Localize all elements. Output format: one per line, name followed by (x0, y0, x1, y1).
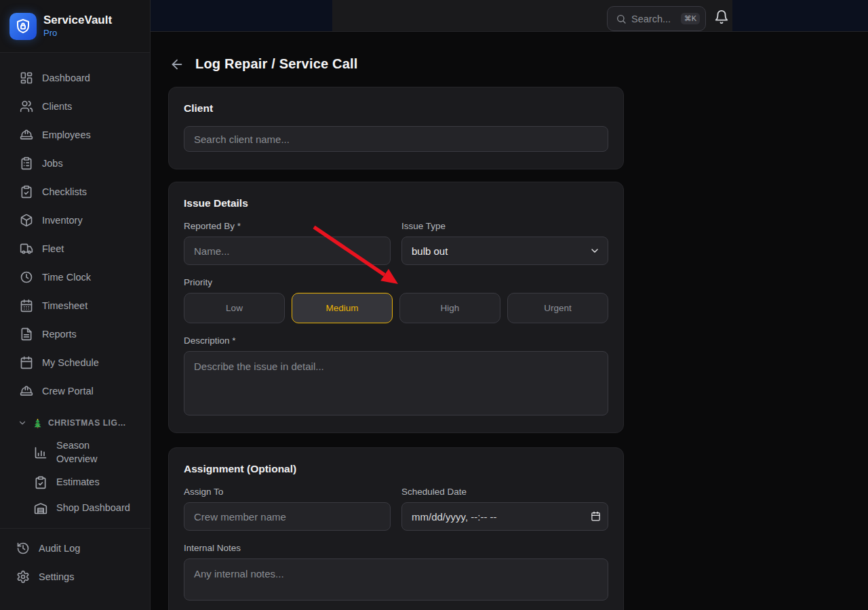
sidebar-section-label: CHRISTMAS LIG… (48, 418, 126, 428)
calendar-days-icon (20, 299, 33, 312)
scheduled-date-field-group: Scheduled Date (401, 487, 608, 531)
sidebar-item-my-schedule[interactable]: My Schedule (0, 348, 150, 377)
assign-to-label: Assign To (184, 487, 391, 497)
priority-low-button[interactable]: Low (184, 293, 285, 323)
reported-by-input[interactable] (184, 237, 391, 265)
gear-icon (16, 570, 30, 584)
bar-chart-icon (34, 446, 47, 460)
priority-label: Priority (184, 277, 608, 287)
priority-field-group: Priority Low Medium High Urgent (184, 277, 608, 323)
priority-medium-button[interactable]: Medium (292, 293, 393, 323)
sidebar-item-clients[interactable]: Clients (0, 92, 150, 121)
sidebar-item-audit-log[interactable]: Audit Log (0, 534, 150, 563)
search-shortcut-badge: ⌘K (681, 13, 700, 24)
assignment-heading: Assignment (Optional) (184, 463, 608, 475)
sidebar-item-label: Time Clock (42, 272, 91, 283)
app-logo (9, 13, 37, 40)
description-textarea[interactable] (184, 351, 608, 415)
notifications-button[interactable] (714, 9, 730, 26)
sidebar-item-label: Reports (42, 329, 77, 340)
sidebar-item-estimates[interactable]: Estimates (0, 470, 150, 495)
assignment-card: Assignment (Optional) Assign To Schedule… (168, 447, 624, 610)
calendar-icon (20, 356, 33, 369)
package-icon (20, 214, 33, 227)
priority-button-group: Low Medium High Urgent (184, 293, 608, 323)
sidebar-item-timesheet[interactable]: Timesheet (0, 291, 150, 320)
issue-type-select[interactable]: bulb out (401, 237, 608, 265)
clipboard-check-icon (34, 476, 47, 489)
sidebar-item-label: Shop Dashboard (56, 502, 130, 515)
dashboard-icon (20, 71, 33, 85)
hardhat-icon (20, 128, 33, 142)
priority-high-button[interactable]: High (399, 293, 500, 323)
priority-urgent-button[interactable]: Urgent (507, 293, 608, 323)
chevron-down-icon (18, 418, 27, 428)
assign-to-field-group: Assign To (184, 487, 391, 531)
file-text-icon (20, 327, 33, 341)
sidebar-nav: Dashboard Clients Employees Jobs Checkli… (0, 53, 150, 591)
search-icon (616, 14, 627, 24)
topbar-navy-segment-left (142, 0, 332, 31)
brand-text: ServiceVault Pro (43, 14, 112, 39)
scheduled-date-input[interactable] (401, 502, 608, 531)
truck-icon (20, 242, 33, 256)
assign-to-input[interactable] (184, 502, 391, 531)
reported-by-label: Reported By * (184, 221, 391, 231)
sidebar-item-jobs[interactable]: Jobs (0, 149, 150, 178)
sidebar-section-christmas-lights[interactable]: CHRISTMAS LIG… (0, 413, 150, 432)
internal-notes-label: Internal Notes (184, 543, 608, 553)
brand[interactable]: ServiceVault Pro (0, 0, 150, 53)
reported-by-field-group: Reported By * (184, 221, 391, 265)
description-label: Description * (184, 336, 608, 346)
sidebar-item-time-clock[interactable]: Time Clock (0, 263, 150, 291)
sidebar-item-label: Dashboard (42, 73, 90, 83)
sidebar-item-label: Clients (42, 101, 72, 112)
history-icon (16, 542, 30, 555)
sidebar-item-label: Crew Portal (42, 386, 94, 396)
sidebar-item-inventory[interactable]: Inventory (0, 206, 150, 235)
christmas-tree-icon (33, 418, 43, 428)
warehouse-icon (34, 502, 47, 515)
issue-details-heading: Issue Details (184, 197, 608, 209)
page-header: Log Repair / Service Call (151, 32, 868, 72)
issue-type-field-group: Issue Type bulb out (401, 221, 608, 265)
brand-tier: Pro (43, 28, 112, 38)
sidebar-item-label: Settings (39, 571, 74, 582)
topbar-navy-segment-right (732, 0, 868, 31)
sidebar-item-fleet[interactable]: Fleet (0, 235, 150, 263)
hardhat-icon (20, 384, 33, 398)
brand-name: ServiceVault (43, 14, 112, 27)
sidebar-footer: Audit Log Settings (0, 529, 150, 591)
client-card-heading: Client (184, 102, 608, 115)
back-arrow-button[interactable] (170, 57, 184, 72)
shield-lock-icon (15, 18, 31, 35)
sidebar-item-reports[interactable]: Reports (0, 320, 150, 348)
issue-details-card: Issue Details Reported By * Issue Type b… (168, 182, 624, 433)
description-field-group: Description * (184, 336, 608, 418)
internal-notes-textarea[interactable] (184, 558, 608, 601)
clipboard-list-icon (20, 157, 33, 170)
users-icon (20, 100, 33, 113)
clock-icon (20, 270, 33, 284)
client-card: Client (168, 87, 624, 169)
sidebar-item-dashboard[interactable]: Dashboard (0, 64, 150, 92)
sidebar-item-crew-portal[interactable]: Crew Portal (0, 377, 150, 405)
page-title: Log Repair / Service Call (195, 56, 358, 72)
bell-icon (714, 9, 729, 24)
sidebar-item-label: Fleet (42, 243, 64, 254)
sidebar-item-label: Season Overview (56, 439, 115, 466)
sidebar-item-label: Audit Log (39, 543, 80, 554)
sidebar-item-label: Timesheet (42, 300, 87, 311)
global-search[interactable]: Search... ⌘K (607, 6, 706, 31)
sidebar: ServiceVault Pro Dashboard Clients Emplo… (0, 0, 151, 610)
sidebar-item-employees[interactable]: Employees (0, 121, 150, 149)
sidebar-item-label: My Schedule (42, 357, 99, 368)
sidebar-item-shop-dashboard[interactable]: Shop Dashboard (0, 495, 150, 521)
internal-notes-field-group: Internal Notes (184, 543, 608, 603)
client-search-input[interactable] (184, 126, 608, 152)
sidebar-item-checklists[interactable]: Checklists (0, 178, 150, 206)
sidebar-item-settings[interactable]: Settings (0, 563, 150, 591)
sidebar-item-season-overview[interactable]: Season Overview (0, 432, 150, 470)
scheduled-date-label: Scheduled Date (401, 487, 608, 497)
search-placeholder-text: Search... (631, 14, 676, 24)
